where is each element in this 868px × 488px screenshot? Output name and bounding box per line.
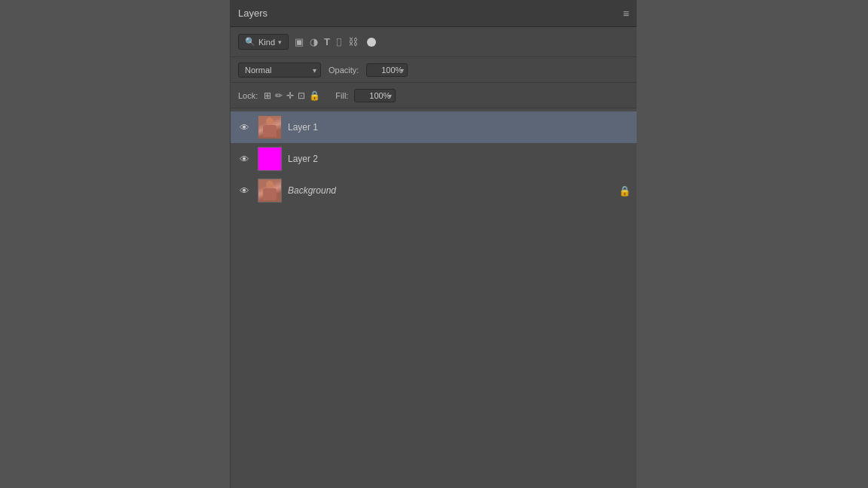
image-filter-icon[interactable]: ▣ [295, 36, 304, 47]
visibility-icon[interactable]: 👁 [237, 154, 252, 165]
layer-name: Background [288, 185, 613, 196]
filter-toolbar: 🔍 Kind ▾ ▣ ◑ T ⌷ ⛓ [231, 27, 637, 57]
right-area [637, 0, 868, 488]
panel-title: Layers [238, 8, 267, 19]
layer-locked-icon: 🔒 [619, 185, 631, 197]
layers-list: 👁 Layer 1 👁 Layer 2 👁 Background 🔒 [231, 108, 637, 488]
filter-circle-button[interactable] [367, 38, 376, 47]
lock-icons-group: ⊞ ✏ ✛ ⊡ 🔒 [264, 90, 320, 101]
opacity-label: Opacity: [329, 66, 359, 75]
adjustment-filter-icon[interactable]: ◑ [310, 36, 318, 47]
smart-filter-icon[interactable]: ⛓ [348, 36, 358, 47]
layer-thumb-image [258, 116, 281, 139]
chevron-down-icon: ▾ [278, 38, 282, 46]
opacity-input[interactable] [366, 63, 408, 77]
blend-mode-row: Normal Dissolve Multiply Screen Overlay … [231, 57, 637, 83]
lock-label: Lock: [238, 91, 258, 100]
layer-name: Layer 1 [288, 122, 631, 133]
layer-item[interactable]: 👁 Background 🔒 [231, 175, 637, 206]
layer-thumbnail [258, 115, 282, 139]
lock-row: Lock: ⊞ ✏ ✛ ⊡ 🔒 Fill: [231, 83, 637, 108]
layer-name: Layer 2 [288, 154, 631, 164]
search-icon: 🔍 [245, 37, 255, 47]
visibility-icon[interactable]: 👁 [237, 122, 252, 133]
fill-label: Fill: [335, 91, 348, 100]
layer-thumbnail [258, 178, 282, 203]
layer-thumb-image [258, 179, 281, 202]
lock-artboard-icon[interactable]: ⊡ [298, 90, 305, 101]
lock-all-icon[interactable]: 🔒 [309, 90, 320, 101]
panel-menu-icon[interactable]: ≡ [623, 8, 629, 20]
visibility-icon[interactable]: 👁 [237, 185, 252, 197]
layer-item[interactable]: 👁 Layer 2 [231, 143, 637, 175]
fill-wrapper [354, 89, 396, 102]
left-area [0, 0, 230, 488]
text-filter-icon[interactable]: T [324, 36, 330, 47]
blend-mode-wrapper: Normal Dissolve Multiply Screen Overlay [238, 63, 321, 78]
opacity-wrapper [366, 63, 408, 77]
kind-filter-dropdown[interactable]: 🔍 Kind ▾ [238, 34, 289, 50]
lock-transparency-icon[interactable]: ⊞ [264, 90, 271, 101]
filter-label: Kind [258, 38, 275, 47]
panel-header: Layers ≡ [231, 0, 637, 27]
layer-item[interactable]: 👁 Layer 1 [231, 111, 637, 143]
layer-thumbnail [258, 147, 282, 171]
lock-paint-icon[interactable]: ✏ [275, 90, 283, 101]
blend-mode-select[interactable]: Normal Dissolve Multiply Screen Overlay [238, 63, 321, 78]
layers-panel: Layers ≡ 🔍 Kind ▾ ▣ ◑ T ⌷ ⛓ Normal Disso… [230, 0, 637, 488]
lock-position-icon[interactable]: ✛ [286, 90, 294, 101]
shape-filter-icon[interactable]: ⌷ [336, 36, 342, 47]
fill-input[interactable] [354, 89, 396, 102]
